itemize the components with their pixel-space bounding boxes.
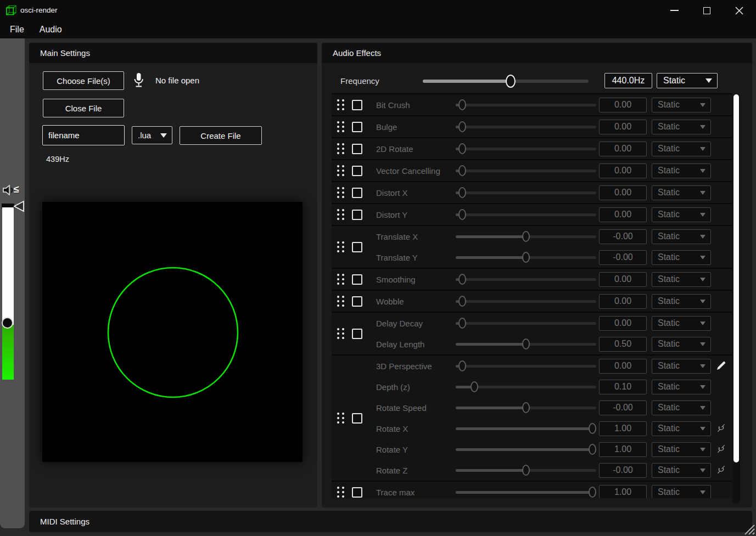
edit-pencil-icon[interactable] [716, 360, 727, 371]
effects-scrollbar-thumb[interactable] [733, 94, 739, 462]
effect-slider[interactable] [456, 443, 596, 455]
effect-mode-dropdown[interactable]: Static [652, 163, 711, 178]
effect-enable-checkbox[interactable] [352, 329, 362, 339]
slider-knob[interactable] [522, 252, 530, 263]
slider-knob[interactable] [471, 381, 478, 392]
effect-value-box[interactable]: -0.00 [599, 250, 647, 265]
effect-slider[interactable] [456, 402, 596, 414]
effect-value-box[interactable]: 0.00 [599, 359, 647, 374]
slider-knob[interactable] [458, 209, 466, 220]
close-button[interactable] [726, 0, 752, 21]
slider-knob[interactable] [458, 360, 466, 371]
effect-slider[interactable] [456, 360, 596, 372]
close-file-button[interactable]: Close File [43, 99, 124, 117]
drag-handle-icon[interactable] [337, 274, 344, 285]
effect-value-box[interactable]: 1.00 [599, 485, 647, 499]
drag-handle-icon[interactable] [337, 165, 344, 176]
slider-knob[interactable] [458, 121, 466, 132]
effect-mode-dropdown[interactable]: Static [652, 142, 711, 156]
slider-knob[interactable] [522, 231, 530, 242]
effect-value-box[interactable]: 0.00 [599, 272, 647, 287]
drag-handle-icon[interactable] [337, 241, 344, 252]
effect-slider[interactable] [456, 273, 596, 285]
volume-marker-triangle[interactable] [13, 200, 25, 215]
drag-handle-icon[interactable] [337, 121, 344, 132]
effect-mode-dropdown[interactable]: Static [652, 400, 711, 415]
maximize-button[interactable] [694, 0, 719, 21]
effect-value-box[interactable]: 0.50 [599, 337, 647, 352]
effect-slider[interactable] [456, 338, 596, 350]
effect-value-box[interactable]: 0.00 [599, 163, 647, 178]
drag-handle-icon[interactable] [337, 209, 344, 220]
effect-mode-dropdown[interactable]: Static [652, 316, 711, 331]
extension-select[interactable]: .lua [132, 126, 172, 144]
effect-slider[interactable] [456, 381, 596, 393]
filename-input[interactable] [42, 125, 125, 145]
effect-mode-dropdown[interactable]: Static [652, 359, 711, 374]
effect-mode-dropdown[interactable]: Static [652, 120, 711, 134]
effect-value-box[interactable]: -0.00 [599, 229, 647, 244]
effect-value-box[interactable]: 0.00 [599, 294, 647, 309]
drag-handle-icon[interactable] [337, 296, 344, 307]
effect-slider[interactable] [456, 317, 596, 329]
effect-value-box[interactable]: -0.00 [599, 400, 647, 415]
effect-enable-checkbox[interactable] [352, 210, 362, 220]
effect-value-box[interactable]: -0.00 [599, 463, 647, 478]
effect-enable-checkbox[interactable] [352, 242, 362, 252]
effect-mode-dropdown[interactable]: Static [652, 98, 711, 112]
microphone-icon[interactable] [133, 72, 144, 91]
rotate-axis-icon[interactable] [716, 423, 727, 434]
effect-enable-checkbox[interactable] [352, 100, 362, 110]
drag-handle-icon[interactable] [337, 328, 344, 339]
frequency-mode-dropdown[interactable]: Static [657, 73, 718, 88]
drag-handle-icon[interactable] [337, 487, 344, 498]
effect-slider[interactable] [456, 187, 596, 199]
effect-slider[interactable] [456, 165, 596, 177]
drag-handle-icon[interactable] [337, 99, 344, 110]
slider-knob[interactable] [589, 487, 596, 498]
volume-slider[interactable] [2, 207, 14, 380]
effect-slider[interactable] [456, 422, 596, 435]
effect-enable-checkbox[interactable] [352, 166, 362, 176]
effect-value-box[interactable]: 1.00 [599, 421, 647, 436]
slider-knob[interactable] [458, 274, 466, 285]
effect-slider[interactable] [456, 208, 596, 221]
effect-enable-checkbox[interactable] [352, 122, 362, 132]
rotate-axis-icon[interactable] [716, 444, 727, 455]
create-file-button[interactable]: Create File [180, 126, 262, 145]
menu-file[interactable]: File [2, 22, 32, 37]
effect-value-box[interactable]: 0.00 [599, 185, 647, 200]
effect-value-box[interactable]: 0.00 [599, 142, 647, 156]
effect-enable-checkbox[interactable] [352, 144, 362, 154]
effect-slider[interactable] [456, 99, 596, 111]
slider-knob[interactable] [458, 165, 466, 176]
slider-knob[interactable] [458, 143, 466, 154]
menu-audio[interactable]: Audio [32, 22, 70, 37]
effect-mode-dropdown[interactable]: Static [652, 185, 711, 200]
effect-enable-checkbox[interactable] [352, 487, 362, 498]
effect-value-box[interactable]: 0.00 [599, 120, 647, 134]
slider-knob[interactable] [458, 99, 466, 110]
effect-mode-dropdown[interactable]: Static [652, 337, 711, 352]
effect-mode-dropdown[interactable]: Static [652, 380, 711, 394]
slider-knob[interactable] [589, 444, 596, 455]
effect-mode-dropdown[interactable]: Static [652, 485, 711, 499]
effect-mode-dropdown[interactable]: Static [652, 272, 711, 287]
slider-knob[interactable] [458, 187, 466, 198]
frequency-value-box[interactable]: 440.0Hz [604, 73, 652, 88]
drag-handle-icon[interactable] [337, 187, 344, 198]
effect-mode-dropdown[interactable]: Static [652, 294, 711, 309]
effect-enable-checkbox[interactable] [352, 296, 362, 307]
slider-knob[interactable] [522, 402, 530, 413]
effect-mode-dropdown[interactable]: Static [652, 250, 711, 265]
slider-knob[interactable] [522, 338, 530, 349]
slider-knob[interactable] [458, 318, 466, 329]
slider-knob[interactable] [522, 465, 530, 476]
frequency-slider-knob[interactable] [506, 75, 516, 88]
drag-handle-icon[interactable] [337, 413, 344, 424]
effect-enable-checkbox[interactable] [352, 274, 362, 285]
effect-value-box[interactable]: 0.00 [599, 207, 647, 222]
titlebar[interactable]: osci-render [0, 0, 756, 21]
slider-knob[interactable] [458, 296, 466, 307]
slider-knob[interactable] [589, 423, 596, 434]
